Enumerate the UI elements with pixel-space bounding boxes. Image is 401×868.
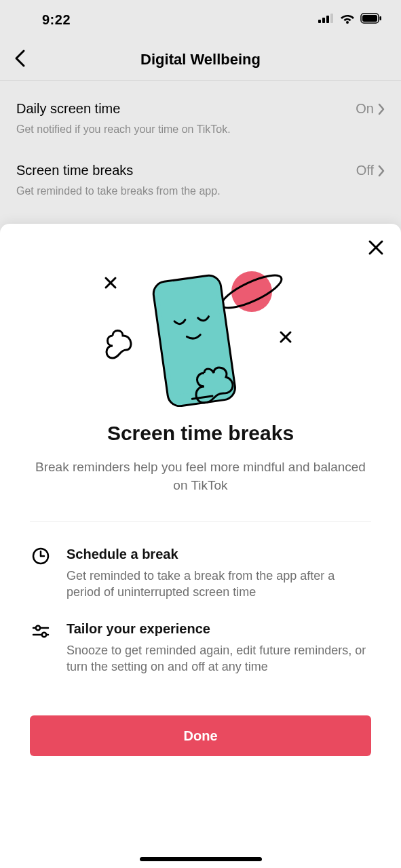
status-icons	[318, 13, 382, 26]
svg-rect-0	[318, 20, 321, 23]
illustration-sleeping-phone	[16, 264, 385, 407]
setting-desc: Get reminded to take breaks from the app…	[16, 185, 385, 197]
feature-title: Schedule a break	[66, 547, 371, 562]
page-title: Digital Wellbeing	[0, 51, 401, 68]
modal-sheet: Screen time breaks Break reminders help …	[0, 224, 401, 868]
feature-title: Tailor your experience	[66, 621, 371, 637]
svg-rect-2	[326, 16, 329, 23]
sheet-subtitle: Break reminders help you feel more mindf…	[16, 458, 385, 494]
battery-icon	[360, 13, 382, 26]
done-button[interactable]: Done	[30, 715, 371, 756]
sheet-title: Screen time breaks	[16, 422, 385, 445]
nav-header: Digital Wellbeing	[0, 39, 401, 80]
wifi-icon	[340, 13, 355, 26]
setting-title: Screen time breaks	[16, 163, 133, 178]
svg-point-25	[42, 633, 46, 637]
divider	[30, 521, 371, 522]
clock-icon	[30, 547, 52, 601]
feature-tailor-experience: Tailor your experience Snooze to get rem…	[30, 621, 371, 675]
svg-rect-1	[322, 18, 325, 23]
svg-point-4	[346, 21, 349, 24]
feature-desc: Get reminded to take a break from the ap…	[66, 568, 371, 601]
feature-schedule-break: Schedule a break Get reminded to take a …	[30, 547, 371, 601]
svg-rect-3	[330, 14, 333, 23]
home-indicator[interactable]	[140, 857, 262, 861]
setting-value: Off	[356, 163, 374, 178]
setting-daily-screen-time[interactable]: Daily screen time On Get notified if you…	[16, 81, 385, 142]
back-button[interactable]	[14, 49, 26, 71]
done-label: Done	[184, 728, 218, 744]
svg-rect-6	[362, 15, 377, 22]
chevron-right-icon	[378, 165, 385, 177]
setting-screen-time-breaks[interactable]: Screen time breaks Off Get reminded to t…	[16, 142, 385, 204]
settings-list: Daily screen time On Get notified if you…	[0, 81, 401, 204]
svg-point-23	[36, 626, 40, 630]
svg-rect-7	[380, 16, 382, 20]
status-time: 9:22	[42, 12, 71, 28]
setting-title: Daily screen time	[16, 101, 120, 117]
setting-value: On	[356, 101, 374, 117]
sliders-icon	[30, 621, 52, 675]
close-button[interactable]	[367, 239, 385, 259]
chevron-right-icon	[378, 103, 385, 115]
setting-desc: Get notified if you reach your time on T…	[16, 123, 385, 136]
status-bar: 9:22	[0, 0, 401, 39]
cellular-icon	[318, 14, 335, 26]
feature-desc: Snooze to get reminded again, edit futur…	[66, 642, 371, 675]
